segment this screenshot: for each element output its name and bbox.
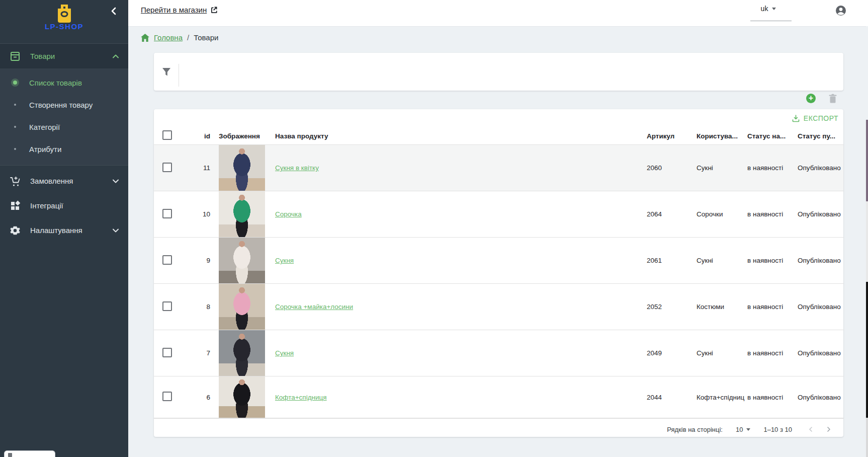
account-icon[interactable] <box>835 5 846 16</box>
sidebar-subitem[interactable]: Атрибути <box>0 138 128 160</box>
sidebar-item-label: Замовлення <box>30 177 73 185</box>
bullet-icon <box>14 126 16 128</box>
row-publish-status: Опубліковано <box>798 164 843 172</box>
product-name-link[interactable]: Сукня в квітку <box>275 164 319 172</box>
row-sku: 2060 <box>647 164 697 172</box>
product-name-link[interactable]: Кофта+спідниця <box>275 394 327 401</box>
rows-per-page-select[interactable]: 10 <box>736 426 750 433</box>
sidebar-subitem[interactable]: Створення товару <box>0 94 128 116</box>
sidebar-item-settings[interactable]: Налаштування <box>0 218 128 243</box>
export-button[interactable]: ЕКСПОРТ <box>792 114 838 122</box>
cart-plus-icon <box>10 176 21 187</box>
product-image <box>219 284 265 330</box>
language-select-underline <box>750 21 792 21</box>
row-id: 7 <box>178 349 219 357</box>
column-header-stock[interactable]: Статус на... <box>747 132 798 140</box>
product-name-link[interactable]: Сорочка <box>275 210 302 218</box>
column-header-image[interactable]: Зображення <box>219 132 265 140</box>
sidebar-subitem-label: Створення товару <box>29 101 93 109</box>
sidebar-subitem-label: Атрибути <box>29 145 61 154</box>
row-checkbox[interactable] <box>162 255 172 265</box>
row-id: 11 <box>178 164 219 172</box>
logo-text: LP-SHOP <box>0 22 128 31</box>
sidebar-item-label: Налаштування <box>30 226 82 235</box>
sidebar-item-label: Товари <box>30 52 55 60</box>
language-select[interactable]: uk <box>755 4 782 13</box>
external-link-icon <box>210 6 218 14</box>
row-category: Кофта+спідниц <box>697 394 747 401</box>
sidebar-subitem[interactable]: Список товарів <box>0 71 128 94</box>
select-caret-icon <box>746 428 750 431</box>
row-category: Сукні <box>697 349 747 357</box>
filter-divider <box>179 64 179 87</box>
filter-icon[interactable] <box>162 67 171 77</box>
row-checkbox[interactable] <box>162 392 172 401</box>
rows-per-page-label: Рядків на сторінці: <box>667 426 723 433</box>
table-row: 10 Сорочка 2064 Сорочки в наявності Опуб… <box>154 191 843 238</box>
breadcrumb-home-link[interactable]: Головна <box>154 33 183 42</box>
page-previous-icon[interactable] <box>808 427 813 432</box>
chevron-down-icon <box>112 227 119 234</box>
screen-edge-artifact <box>866 0 868 457</box>
row-checkbox[interactable] <box>162 301 172 311</box>
table-row: 11 Сукня в квітку 2060 Сукні в наявності… <box>154 145 843 191</box>
home-icon[interactable] <box>141 34 149 42</box>
product-image <box>219 238 265 283</box>
add-product-button[interactable]: + <box>806 94 816 103</box>
column-header-sku[interactable]: Артикул <box>647 132 697 140</box>
products-table-card: ЕКСПОРТ id Зображення Назва продукту Арт… <box>154 109 843 437</box>
chevron-up-icon <box>112 53 119 60</box>
row-id: 6 <box>178 394 219 401</box>
language-value: uk <box>761 5 768 13</box>
pagination-range: 1–10 з 10 <box>763 426 792 433</box>
shopping-bag-logo-icon <box>56 4 73 23</box>
row-stock-status: в наявності <box>747 164 798 172</box>
row-stock-status: в наявності <box>747 303 798 311</box>
row-publish-status: Опубліковано <box>798 210 843 218</box>
chevron-down-icon <box>112 178 119 185</box>
topbar: Перейти в магазин uk <box>128 0 866 27</box>
row-id: 9 <box>178 257 219 264</box>
popup-icon <box>8 453 12 457</box>
product-name-link[interactable]: Сорочка +майка+лосини <box>275 303 353 311</box>
product-name-link[interactable]: Сукня <box>275 349 294 357</box>
row-publish-status: Опубліковано <box>798 257 843 264</box>
row-sku: 2049 <box>647 349 697 357</box>
sidebar-subitem-label: Категорії <box>29 123 60 131</box>
sidebar-item-products[interactable]: Товари <box>0 44 128 68</box>
column-header-id[interactable]: id <box>178 132 219 140</box>
breadcrumb: Головна / Товари <box>141 33 218 42</box>
product-image <box>219 376 265 418</box>
table-row: 7 Сукня 2049 Сукні в наявності Опубліков… <box>154 330 843 376</box>
widgets-icon <box>10 200 21 211</box>
row-category: Сукні <box>697 164 747 172</box>
sidebar-collapse-icon[interactable] <box>108 5 120 17</box>
row-id: 10 <box>178 210 219 218</box>
select-all-checkbox[interactable] <box>162 130 172 140</box>
table-row: 8 Сорочка +майка+лосини 2052 Костюми в н… <box>154 284 843 330</box>
row-checkbox[interactable] <box>162 348 172 357</box>
app-window: LP-SHOP Товари Список товарів Створення … <box>0 0 868 457</box>
sidebar-submenu-products: Список товарів Створення товару Категорі… <box>0 68 128 165</box>
sidebar-item-orders[interactable]: Замовлення <box>0 169 128 193</box>
logo: LP-SHOP <box>0 0 128 43</box>
sidebar-item-integrations[interactable]: Інтеграції <box>0 193 128 218</box>
go-to-store-label: Перейти в магазин <box>141 6 207 14</box>
row-checkbox[interactable] <box>162 163 172 172</box>
filter-panel <box>154 53 843 91</box>
row-publish-status: Опубліковано <box>798 303 843 311</box>
row-checkbox[interactable] <box>162 209 172 218</box>
delete-icon[interactable] <box>828 94 837 103</box>
page-next-icon[interactable] <box>826 427 831 432</box>
column-header-name[interactable]: Назва продукту <box>265 132 647 140</box>
sidebar-subitem[interactable]: Категорії <box>0 116 128 138</box>
sidebar-item-label: Інтеграції <box>30 201 63 210</box>
go-to-store-link[interactable]: Перейти в магазин <box>141 6 218 14</box>
product-name-link[interactable]: Сукня <box>275 257 294 264</box>
table-body: 11 Сукня в квітку 2060 Сукні в наявності… <box>154 145 843 418</box>
bullet-icon <box>14 148 16 150</box>
column-header-published[interactable]: Статус пу... <box>798 132 843 140</box>
column-header-category[interactable]: Користува... <box>697 132 747 140</box>
pagination: Рядків на сторінці: 10 1–10 з 10 <box>154 418 843 437</box>
table-header: id Зображення Назва продукту Артикул Кор… <box>154 127 843 145</box>
